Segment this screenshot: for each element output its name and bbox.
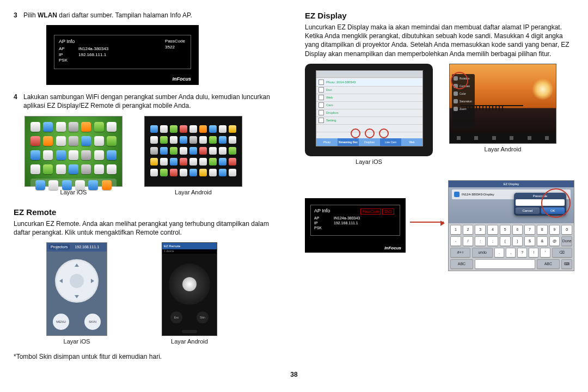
dpad <box>55 259 99 303</box>
caption-android: Layar Android <box>171 338 208 345</box>
key: 2 <box>463 225 474 235</box>
ez-remote-text: Luncurkan EZ Remote. Anda akan melihat p… <box>14 219 283 237</box>
remote-ip: 192.168.111.1 <box>75 245 99 249</box>
esc-button: Esc <box>170 311 182 323</box>
ios-remote-screenshot: Projectors 192.168.111.1 MENU SKIN <box>46 242 107 336</box>
caption-ios: Layar iOS <box>64 338 90 345</box>
step-3: 3 Pilih WLAN dari daftar sumber. Tampila… <box>14 11 283 20</box>
key: ⌫ <box>552 248 572 258</box>
infocus-logo: InFocus <box>172 76 191 82</box>
key: ? <box>517 248 527 258</box>
key: 7 <box>524 225 535 235</box>
passcode-flow-row: AP Info AP IP PSK IN124a-380343 192.168.… <box>305 180 574 271</box>
menu-button: MENU <box>53 314 69 330</box>
key: ; <box>487 236 498 246</box>
key: ' <box>540 248 550 258</box>
key: 9 <box>549 225 560 235</box>
key: ) <box>512 236 523 246</box>
android-remote-screenshot: EZ Remote 1 device Esc Skin <box>162 242 217 336</box>
key: 6 <box>512 225 523 235</box>
step-number: 3 <box>14 11 20 20</box>
page-number: 38 <box>14 371 574 378</box>
key: Done <box>561 236 572 246</box>
key: ABC <box>537 259 560 269</box>
footnote: *Tombol Skin disimpan untuk fitur di kem… <box>14 352 283 361</box>
ios-ezdisplay-screenshot: Photo: 2014-380343 Doc Web Cam Dropbox S… <box>305 64 433 156</box>
key: : <box>475 236 486 246</box>
ez-display-intro: Luncurkan EZ Display maka ia akan memind… <box>305 23 574 58</box>
right-column: EZ Display Luncurkan EZ Display maka ia … <box>305 11 574 366</box>
key: ⌨ <box>561 259 572 269</box>
key: #+= <box>450 248 470 258</box>
key: 1 <box>450 225 461 235</box>
ap-info-screenshot: AP Info AP IP PSK IN124a-380343 192.168.… <box>46 25 199 85</box>
key: 5 <box>500 225 511 235</box>
key: 4 <box>487 225 498 235</box>
caption-android: Layar Android <box>175 189 212 195</box>
ap-info-passcode-screenshot: AP Info AP IP PSK IN124a-380343 192.168.… <box>305 198 406 253</box>
android-home-screenshot <box>144 116 242 187</box>
ez-display-heading: EZ Display <box>305 11 574 20</box>
key: 3 <box>475 225 486 235</box>
dpad <box>169 264 210 305</box>
key: - <box>450 236 461 246</box>
key: & <box>537 236 548 246</box>
key: undo <box>472 248 492 258</box>
onscreen-keyboard: 1234567890 -/:;()$&@Done #+=undo.,?!'⌫ A… <box>449 223 574 271</box>
ios-passcode-screenshot: EZ Display IN124-380343-Display Passcode… <box>448 180 574 271</box>
key: ABC <box>450 259 473 269</box>
caption-ios: Layar iOS <box>356 158 382 165</box>
step-4: 4 Lakukan sambungan WiFi dengan perangka… <box>14 93 283 110</box>
left-column: 3 Pilih WLAN dari daftar sumber. Tampila… <box>14 11 283 366</box>
cancel-button: Cancel <box>516 207 540 214</box>
key <box>475 259 535 269</box>
ios-home-screenshot <box>24 116 122 187</box>
key: , <box>506 248 516 258</box>
caption-ios: Layar iOS <box>60 189 87 195</box>
key: $ <box>524 236 535 246</box>
infocus-logo: InFocus <box>384 246 401 250</box>
key: 0 <box>561 225 572 235</box>
step-text: Lakukan sambungan WiFi dengan perangkat … <box>23 93 283 110</box>
arrow-icon <box>410 222 444 223</box>
back-button: Projectors <box>49 244 70 249</box>
key: / <box>463 236 474 246</box>
ez-remote-heading: EZ Remote <box>14 207 283 217</box>
highlight-circle-icon <box>451 72 468 89</box>
key: 8 <box>537 225 548 235</box>
step-number: 4 <box>14 93 20 110</box>
skin-button: Skin <box>197 311 209 323</box>
highlight-circle-icon <box>541 188 571 218</box>
key: ! <box>529 248 538 258</box>
step-text: Pilih WLAN dari daftar sumber. Tampilan … <box>23 11 283 20</box>
key: . <box>494 248 504 258</box>
caption-android: Layar Android <box>485 146 522 152</box>
skin-button: SKIN <box>84 314 101 330</box>
key: ( <box>500 236 511 246</box>
key: @ <box>549 236 560 246</box>
android-ezdisplay-screenshot: Rotation Contrast Color Saturation Zoom <box>449 64 556 144</box>
